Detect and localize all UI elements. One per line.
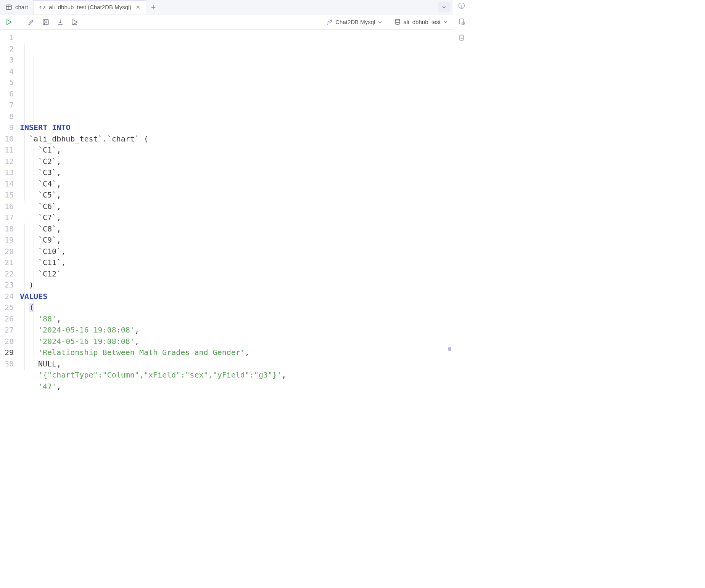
token-str: '2024-05-16 19:08:08' [38,337,135,346]
svg-rect-1 [43,19,48,24]
line-number: 29 [0,347,14,358]
token-punct: , [56,202,61,211]
info-icon[interactable] [457,2,466,10]
code-line[interactable]: 'Relationship Between Math Grades and Ge… [18,347,453,358]
line-number: 4 [0,66,14,77]
token-punct: ( [139,134,148,143]
line-number: 9 [0,122,14,133]
code-line[interactable]: `C4`, [18,178,453,190]
code-line[interactable]: `C5`, [18,190,453,201]
token-ident: `C6` [38,202,56,211]
code-line[interactable]: `C2`, [18,156,453,167]
token-punct: , [56,168,61,177]
edit-icon[interactable] [27,18,35,26]
add-tab-button[interactable]: ＋ [146,0,161,14]
token-ident: `C5` [38,190,56,199]
line-number: 27 [0,325,14,336]
divider [20,18,20,26]
right-rail [453,0,470,392]
code-area[interactable]: INSERT INTO`ali_dbhub_test`.`chart` (`C1… [18,30,453,392]
token-str: '88' [38,314,56,323]
explain-icon[interactable] [71,18,79,26]
code-line[interactable]: `C3`, [18,167,453,178]
token-punct: , [56,224,61,233]
chevron-down-icon [443,19,448,25]
save-icon[interactable] [42,18,50,26]
database-selector[interactable]: ali_dbhub_test [394,19,448,26]
line-number: 15 [0,190,14,201]
code-line[interactable]: '{"chartType":"Column","xField":"sex","y… [18,370,453,381]
token-ident: `C3` [38,168,56,177]
token-ident: `C8` [38,224,56,233]
line-number: 19 [0,235,14,246]
token-ident: `C12` [38,269,61,278]
sql-editor[interactable]: 1234567891011121314151617181920212223242… [0,30,453,392]
connection-selector[interactable]: Chat2DB Mysql [326,19,383,26]
token-punct: , [56,179,61,188]
code-line[interactable]: `C9`, [18,235,453,246]
code-line[interactable]: '88', [18,313,453,325]
line-number: 8 [0,111,14,122]
line-number: 17 [0,212,14,223]
line-number: 28 [0,336,14,347]
tab-sql-console[interactable]: ali_dbhub_test (Chat2DB Mysql) ✕ [34,0,146,14]
token-punct: , [56,145,61,154]
token-str: '47' [38,382,56,391]
svg-rect-0 [6,5,11,10]
token-punct: , [56,359,61,368]
line-number: 7 [0,100,14,111]
token-str: '{"chartType":"Column","xField":"sex","y… [38,370,282,379]
code-line[interactable]: INSERT INTO [18,122,453,133]
code-line[interactable]: `C7`, [18,212,453,223]
token-punct: , [61,258,66,267]
tabs-overflow-button[interactable] [438,2,451,13]
tab-chart[interactable]: chart [0,0,34,14]
code-line[interactable]: `C8`, [18,223,453,235]
token-ident: `ali_dbhub_test`.`chart` [29,134,139,143]
token-punct: , [56,235,61,244]
code-line[interactable]: `C1`, [18,145,453,156]
token-punct: , [56,190,61,199]
line-number: 6 [0,88,14,100]
tab-label: chart [15,4,28,10]
token-punct: , [56,157,61,166]
token-punct: ( [29,303,34,312]
token-punct: , [245,348,249,357]
code-line[interactable]: '47', [18,381,453,392]
code-line[interactable]: `C12` [18,268,453,280]
code-line[interactable]: VALUES [18,291,453,302]
code-line[interactable]: `ali_dbhub_test`.`chart` ( [18,133,453,145]
token-punct: ) [29,280,34,289]
code-line[interactable]: '2024-05-16 19:08:08', [18,325,453,336]
line-number: 3 [0,55,14,66]
download-icon[interactable] [56,18,64,26]
code-line[interactable]: `C6`, [18,201,453,212]
code-line[interactable]: ) [18,280,453,291]
line-number: 14 [0,178,14,190]
code-line[interactable]: ( [18,302,453,313]
line-number: 16 [0,201,14,212]
token-punct: , [61,247,66,256]
line-number: 2 [0,43,14,55]
line-number: 25 [0,302,14,313]
svg-rect-4 [459,19,464,24]
close-icon[interactable]: ✕ [136,4,140,10]
connection-icon [326,19,333,26]
clipboard-icon[interactable] [457,34,466,42]
line-number: 20 [0,246,14,257]
code-line[interactable]: `C11`, [18,257,453,268]
history-icon[interactable] [457,18,466,26]
database-label: ali_dbhub_test [403,19,441,25]
chevron-down-icon [377,19,383,25]
code-line[interactable]: NULL, [18,358,453,370]
line-number: 1 [0,32,14,43]
line-number: 12 [0,156,14,167]
line-number: 24 [0,291,14,302]
code-line[interactable]: `C10`, [18,246,453,257]
table-icon [5,4,12,11]
line-number: 10 [0,133,14,145]
token-punct: , [282,370,286,379]
token-kw: INSERT INTO [20,123,70,132]
run-icon[interactable] [5,18,13,26]
code-line[interactable]: '2024-05-16 19:08:08', [18,336,453,347]
